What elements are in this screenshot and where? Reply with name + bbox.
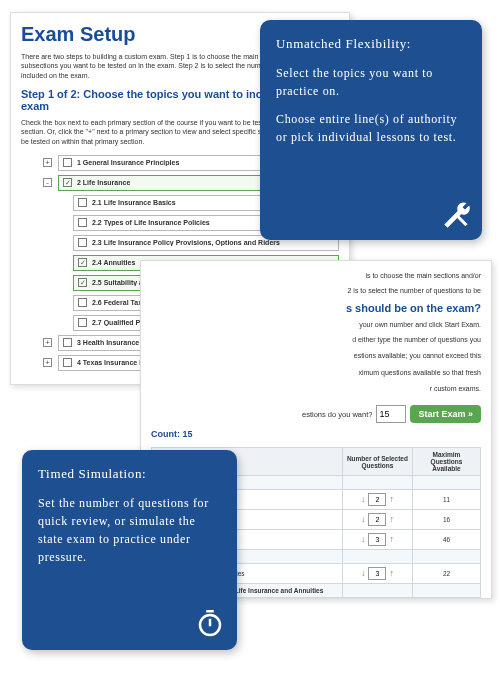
question-count-input[interactable] bbox=[376, 405, 406, 423]
callout-body: Set the number of questions for quick re… bbox=[38, 494, 221, 566]
callout-heading: Timed Simulation: bbox=[38, 466, 221, 482]
topic-label: 2.4 Annuities bbox=[92, 259, 135, 266]
max-cell: 11 bbox=[413, 490, 481, 510]
question-count-display: Count: 15 bbox=[151, 429, 481, 439]
expand-toggle[interactable]: + bbox=[43, 338, 52, 347]
topic-checkbox[interactable] bbox=[63, 178, 72, 187]
topic-checkbox[interactable] bbox=[63, 158, 72, 167]
question-input[interactable] bbox=[368, 493, 386, 506]
topic-checkbox[interactable] bbox=[78, 298, 87, 307]
body-fragment: your own number and click Start Exam. bbox=[151, 320, 481, 329]
max-cell: 46 bbox=[413, 530, 481, 550]
topic-checkbox[interactable] bbox=[78, 198, 87, 207]
callout-text: Select the topics you want to practice o… bbox=[276, 64, 466, 100]
callout-body: Select the topics you want to practice o… bbox=[276, 64, 466, 146]
selected-cell: ↓↑ bbox=[342, 490, 412, 510]
topic-label: 2.2 Types of Life Insurance Policies bbox=[92, 219, 210, 226]
topic-checkbox[interactable] bbox=[78, 318, 87, 327]
body-fragment: r custom exams. bbox=[151, 384, 481, 393]
increase-icon[interactable]: ↑ bbox=[389, 495, 394, 504]
expand-toggle[interactable]: + bbox=[43, 158, 52, 167]
body-fragment: d either type the number of questions yo… bbox=[151, 335, 481, 344]
intro-fragment: 2 is to select the number of questions t… bbox=[151, 286, 481, 295]
decrease-icon[interactable]: ↓ bbox=[361, 495, 366, 504]
expand-spacer bbox=[58, 318, 67, 327]
topic-checkbox[interactable] bbox=[78, 238, 87, 247]
expand-spacer bbox=[58, 278, 67, 287]
callout-text: Set the number of questions for quick re… bbox=[38, 494, 221, 566]
topic-label: 2 Life Insurance bbox=[77, 179, 130, 186]
expand-spacer bbox=[58, 218, 67, 227]
step2-heading: s should be on the exam? bbox=[151, 302, 481, 314]
topic-checkbox[interactable] bbox=[78, 258, 87, 267]
tools-icon bbox=[442, 202, 470, 230]
expand-spacer bbox=[58, 298, 67, 307]
expand-toggle[interactable]: + bbox=[43, 358, 52, 367]
increase-icon[interactable]: ↑ bbox=[389, 535, 394, 544]
question-count-label: estions do you want? bbox=[302, 410, 372, 419]
stopwatch-icon bbox=[195, 610, 225, 640]
start-exam-button[interactable]: Start Exam bbox=[410, 405, 481, 423]
body-fragment: ximum questions available so that fresh bbox=[151, 368, 481, 377]
col-max: Maximim Questions Available bbox=[413, 448, 481, 476]
topic-checkbox[interactable] bbox=[78, 218, 87, 227]
col-selected: Number of Selected Questions bbox=[342, 448, 412, 476]
selected-cell: ↓↑ bbox=[342, 510, 412, 530]
increase-icon[interactable]: ↑ bbox=[389, 515, 394, 524]
decrease-icon[interactable]: ↓ bbox=[361, 515, 366, 524]
flexibility-callout: Unmatched Flexibility: Select the topics… bbox=[260, 20, 482, 240]
callout-text: Choose entire line(s) of authority or pi… bbox=[276, 110, 466, 146]
body-fragment: estions available; you cannot exceed thi… bbox=[151, 351, 481, 360]
max-cell: 22 bbox=[413, 564, 481, 584]
question-input[interactable] bbox=[368, 513, 386, 526]
start-exam-row: estions do you want? Start Exam bbox=[151, 405, 481, 423]
expand-spacer bbox=[58, 198, 67, 207]
callout-heading: Unmatched Flexibility: bbox=[276, 36, 466, 52]
selected-cell: ↓↑ bbox=[342, 530, 412, 550]
decrease-icon[interactable]: ↓ bbox=[361, 569, 366, 578]
topic-checkbox[interactable] bbox=[63, 338, 72, 347]
intro-fragment: is to choose the main sections and/or bbox=[151, 271, 481, 280]
topic-label: 2.1 Life Insurance Basics bbox=[92, 199, 176, 206]
max-cell: 16 bbox=[413, 510, 481, 530]
decrease-icon[interactable]: ↓ bbox=[361, 535, 366, 544]
topic-label: 2.3 Life Insurance Policy Provisions, Op… bbox=[92, 239, 280, 246]
question-input[interactable] bbox=[368, 567, 386, 580]
topic-label: 3 Health Insurance bbox=[77, 339, 139, 346]
expand-spacer bbox=[58, 238, 67, 247]
question-input[interactable] bbox=[368, 533, 386, 546]
expand-toggle[interactable]: - bbox=[43, 178, 52, 187]
timed-simulation-callout: Timed Simulation: Set the number of ques… bbox=[22, 450, 237, 650]
topic-label: 1 General Insurance Principles bbox=[77, 159, 179, 166]
topic-checkbox[interactable] bbox=[63, 358, 72, 367]
topic-checkbox[interactable] bbox=[78, 278, 87, 287]
increase-icon[interactable]: ↑ bbox=[389, 569, 394, 578]
selected-cell: ↓↑ bbox=[342, 564, 412, 584]
expand-spacer bbox=[58, 258, 67, 267]
